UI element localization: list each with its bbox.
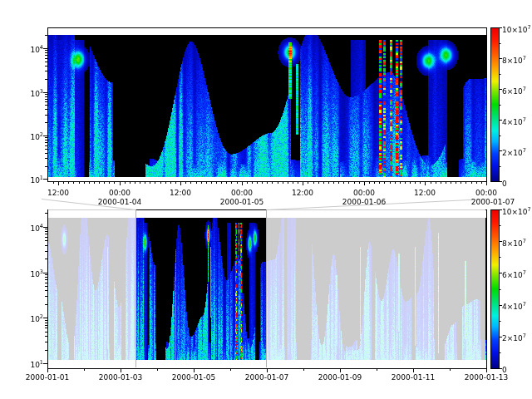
y-tick-exponent: 1 [40,175,43,181]
colorbar-tick-exponent: 7 [523,301,526,308]
overview-selection-region[interactable] [135,209,267,368]
colorbar-tick-exponent: 7 [527,24,530,31]
y-tick-exponent: 1 [40,359,43,366]
y-tick-exponent: 3 [40,88,43,95]
colorbar-tick-label: 8×107 [502,54,526,65]
y-tick-exponent: 2 [40,313,43,320]
colorbar-tick-label: 2×107 [502,332,526,342]
colorbar-tick-label: 8×107 [502,237,526,248]
colorbar-tick-label: 10×107 [502,205,531,216]
colorbar-tick-label: 0 [502,177,507,188]
x-date-label: 2000-01-11 [392,373,435,382]
y-tick-base: 10 [30,315,39,323]
colorbar-tick-label: 4×107 [502,116,526,126]
y-tick-base: 10 [30,224,39,233]
colorbar-tick-label: 6×107 [502,268,526,279]
colorbar-tick-mantissa: 8×10 [502,239,523,248]
y-tick-label: 102 [17,313,43,323]
colorbar-tick-exponent: 7 [523,269,526,276]
overview-plot-area[interactable] [47,209,486,368]
y-tick-base: 10 [30,361,39,369]
x-date-label: 2000-01-05 [172,373,215,382]
x-tick-label: 12:00 [170,189,191,197]
x-date-label: 2000-01-01 [26,373,69,382]
y-tick-label: 104 [17,222,43,233]
dynamic-spectrum-figure: 12:00 00:00 12:00 00:00 12:00 00:00 12:0… [0,0,532,399]
y-tick-exponent: 4 [40,223,43,229]
y-tick-base: 10 [30,46,39,54]
y-tick-base: 10 [30,176,39,185]
colorbar-tick-label: 4×107 [502,300,526,311]
x-date-label: 2000-01-13 [465,373,508,382]
colorbar-tick-mantissa: 6×10 [502,271,523,279]
colorbar-tick-label: 0 [502,363,507,374]
x-date-label: 2000-01-05 [220,198,264,206]
y-tick-exponent: 3 [40,268,43,275]
colorbar-tick-exponent: 7 [523,147,526,154]
x-tick-label: 12:00 [292,189,313,197]
colorbar-tick-label: 10×107 [502,23,531,34]
y-tick-label: 103 [17,268,43,278]
x-date-label: 2000-01-06 [342,198,386,206]
y-tick-label: 101 [17,358,43,369]
colorbar-tick-label: 2×107 [502,146,526,157]
x-tick-label: 12:00 [47,189,69,197]
colorbar-tick-mantissa: 2×10 [502,149,523,157]
colorbar-tick-exponent: 7 [523,332,526,339]
x-date-label: 2000-01-04 [98,198,141,206]
y-tick-label: 104 [17,43,43,54]
colorbar-tick-mantissa: 4×10 [502,303,523,311]
x-tick-label: 00:00 [353,189,375,197]
y-tick-base: 10 [30,133,39,141]
colorbar-tick-exponent: 7 [523,238,526,244]
y-tick-exponent: 4 [40,44,43,51]
colorbar-tick-label: 6×107 [502,85,526,96]
x-tick-label: 00:00 [475,189,497,197]
colorbar-tick-exponent: 7 [523,116,526,123]
colorbar-tick-mantissa: 2×10 [502,334,523,342]
y-tick-label: 101 [17,174,43,185]
colorbar-tick-mantissa: 0 [502,180,507,188]
x-date-label: 2000-01-07 [245,373,288,382]
x-tick-label: 00:00 [231,189,253,197]
colorbar-tick-exponent: 7 [523,86,526,92]
y-tick-exponent: 2 [40,131,43,138]
detail-plot-area[interactable] [47,27,486,181]
x-date-label: 2000-01-03 [99,373,142,382]
y-tick-base: 10 [30,90,39,98]
colorbar-tick-exponent: 7 [523,55,526,62]
x-date-label: 2000-01-09 [318,373,362,382]
colorbar-tick-mantissa: 10×10 [502,208,527,216]
y-tick-label: 103 [17,87,43,98]
colorbar-tick-exponent: 7 [527,206,530,213]
y-tick-label: 102 [17,131,43,141]
x-tick-label: 12:00 [414,189,436,197]
colorbar-tick-mantissa: 10×10 [502,26,527,34]
colorbar-tick-mantissa: 4×10 [502,118,523,126]
colorbar-tick-mantissa: 8×10 [502,57,523,65]
colorbar-tick-mantissa: 0 [502,366,507,374]
y-tick-base: 10 [30,270,39,278]
colorbar-tick-mantissa: 6×10 [502,87,523,96]
x-tick-label: 00:00 [109,189,131,197]
